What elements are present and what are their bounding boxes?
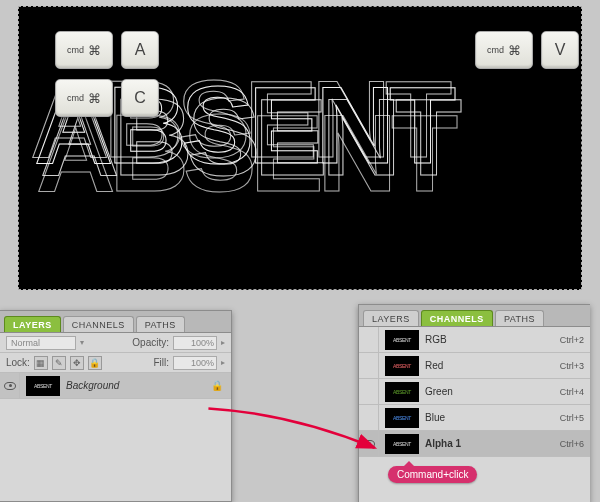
tab-layers[interactable]: LAYERS: [363, 310, 419, 326]
callout-command-click: Command+click: [388, 466, 477, 483]
keycap-cmd: cmd⌘: [475, 31, 533, 69]
channel-row-red[interactable]: ABSENTRedCtrl+3: [359, 353, 590, 379]
tab-layers[interactable]: LAYERS: [4, 316, 61, 332]
blend-mode-select[interactable]: Normal: [6, 336, 76, 350]
tab-paths[interactable]: PATHS: [495, 310, 544, 326]
keycap-v: V: [541, 31, 579, 69]
channel-thumbnail: ABSENT: [385, 356, 419, 376]
visibility-toggle[interactable]: [0, 373, 20, 398]
lock-label: Lock:: [6, 357, 30, 368]
tab-channels[interactable]: CHANNELS: [421, 310, 493, 326]
visibility-toggle[interactable]: [359, 405, 379, 430]
opacity-field[interactable]: 100%: [173, 336, 217, 350]
lock-row: Lock: ▦ ✎ ✥ 🔒 Fill: 100% ▸: [0, 353, 231, 373]
tab-paths[interactable]: PATHS: [136, 316, 185, 332]
channel-name: Alpha 1: [425, 438, 560, 449]
visibility-toggle[interactable]: [359, 353, 379, 378]
chevron-right-icon: ▸: [221, 338, 225, 347]
visibility-toggle[interactable]: [359, 431, 379, 456]
channel-shortcut: Ctrl+2: [560, 335, 584, 345]
channel-row-green[interactable]: ABSENTGreenCtrl+4: [359, 379, 590, 405]
lock-transparent-icon[interactable]: ▦: [34, 356, 48, 370]
channel-row-blue[interactable]: ABSENTBlueCtrl+5: [359, 405, 590, 431]
channel-name: Red: [425, 360, 560, 371]
keycap-cmd: cmd⌘: [55, 79, 113, 117]
layer-thumbnail: ABSENT: [26, 376, 60, 396]
layer-name: Background: [66, 380, 211, 391]
eye-icon: [363, 440, 375, 448]
channels-panel-tabs: LAYERS CHANNELS PATHS: [359, 305, 590, 327]
channel-shortcut: Ctrl+4: [560, 387, 584, 397]
visibility-toggle[interactable]: [359, 379, 379, 404]
chevron-right-icon: ▸: [221, 358, 225, 367]
channel-thumbnail: ABSENT: [385, 330, 419, 350]
keycap-a: A: [121, 31, 159, 69]
lock-icon: 🔒: [211, 380, 223, 391]
channel-shortcut: Ctrl+6: [560, 439, 584, 449]
channel-row-rgb[interactable]: ABSENTRGBCtrl+2: [359, 327, 590, 353]
document-canvas[interactable]: ABSENT ABSENT ABSENT ABSENT cmd⌘ A cmd⌘ …: [18, 6, 582, 290]
channel-name: Blue: [425, 412, 560, 423]
lock-brush-icon[interactable]: ✎: [52, 356, 66, 370]
channel-thumbnail: ABSENT: [385, 434, 419, 454]
opacity-label: Opacity:: [132, 337, 169, 348]
blend-row: Normal ▾ Opacity: 100% ▸: [0, 333, 231, 353]
lock-all-icon[interactable]: 🔒: [88, 356, 102, 370]
channel-shortcut: Ctrl+5: [560, 413, 584, 423]
channel-thumbnail: ABSENT: [385, 382, 419, 402]
lock-move-icon[interactable]: ✥: [70, 356, 84, 370]
layers-panel-tabs: LAYERS CHANNELS PATHS: [0, 311, 231, 333]
channel-shortcut: Ctrl+3: [560, 361, 584, 371]
chevron-down-icon: ▾: [80, 338, 84, 347]
fill-field[interactable]: 100%: [173, 356, 217, 370]
channel-name: Green: [425, 386, 560, 397]
channel-thumbnail: ABSENT: [385, 408, 419, 428]
channel-name: RGB: [425, 334, 560, 345]
channel-row-alpha-1[interactable]: ABSENTAlpha 1Ctrl+6: [359, 431, 590, 457]
fill-label: Fill:: [153, 357, 169, 368]
keycap-cmd: cmd⌘: [55, 31, 113, 69]
visibility-toggle[interactable]: [359, 327, 379, 352]
layers-panel: LAYERS CHANNELS PATHS Normal ▾ Opacity: …: [0, 310, 232, 502]
layer-row-background[interactable]: ABSENT Background 🔒: [0, 373, 231, 399]
keycap-c: C: [121, 79, 159, 117]
tab-channels[interactable]: CHANNELS: [63, 316, 134, 332]
eye-icon: [4, 382, 16, 390]
